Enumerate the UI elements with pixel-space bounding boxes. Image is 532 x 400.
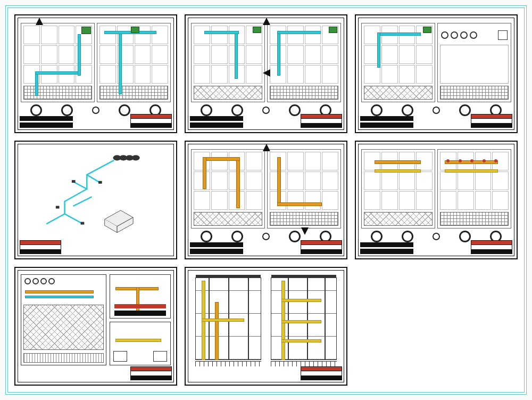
sanitary-run: [278, 203, 321, 206]
room-grid: [23, 26, 92, 84]
drawing-sheet-5[interactable]: [185, 141, 347, 259]
notes-block: [360, 116, 413, 128]
pipe-run: [378, 33, 420, 35]
title-block: [301, 240, 342, 254]
chassis-truss: [270, 86, 338, 100]
drawing-sheet-4-isometric[interactable]: [14, 141, 177, 259]
trailer-right-half: [97, 23, 171, 102]
viewer-outer-frame: [5, 5, 527, 395]
north-arrow-icon: [263, 144, 270, 151]
tank-icon: [48, 278, 55, 284]
pipe-run: [278, 31, 320, 34]
trailer-plan: [21, 23, 171, 102]
equipment-icon: [498, 30, 508, 40]
pipe-run: [235, 31, 237, 78]
drawing-sheet-2[interactable]: [185, 14, 347, 133]
north-arrow-icon: [36, 18, 43, 25]
pipe-run: [278, 31, 280, 75]
wheel-icon: [30, 104, 42, 116]
tank-icon: [460, 31, 468, 39]
drawing-sheet-7-details[interactable]: [14, 267, 177, 386]
equipment-icon: [131, 27, 139, 33]
drawing-sheet-6[interactable]: [355, 141, 518, 259]
title-block: [20, 240, 61, 254]
title-block: [130, 114, 172, 128]
building-elevations: [195, 277, 337, 360]
sheet-grid: [14, 14, 518, 386]
svg-rect-4: [72, 180, 76, 183]
svg-rect-7: [56, 206, 60, 209]
elevation-right: [271, 277, 337, 360]
title-block: [301, 114, 342, 128]
empty-slot: [355, 267, 518, 386]
sanitary-run: [278, 158, 280, 205]
svg-rect-6: [81, 222, 85, 225]
north-arrow-icon: [263, 18, 270, 25]
trailer-left-half: [21, 23, 95, 102]
chassis-truss: [194, 86, 262, 100]
notes-block: [190, 242, 243, 254]
wheel-icon: [119, 104, 130, 116]
tank-icon: [32, 278, 39, 284]
equipment-icon: [81, 27, 91, 34]
tank-icon: [451, 31, 458, 39]
title-block: [301, 366, 342, 380]
notes-block: [20, 116, 73, 128]
sanitary-run: [203, 158, 240, 160]
tank-icon: [470, 31, 477, 39]
pipe-run: [78, 35, 80, 75]
notes-block: [190, 116, 243, 128]
sanitary-run: [237, 158, 239, 208]
room-grid: [99, 26, 168, 84]
wheel-icon: [92, 107, 99, 114]
drawing-sheet-3[interactable]: [355, 14, 518, 133]
tank-icon: [40, 278, 47, 284]
chassis-truss: [99, 86, 168, 100]
elevation-left: [195, 277, 261, 360]
pipe-run: [36, 72, 38, 95]
svg-point-3: [132, 155, 140, 160]
notes-block: [360, 242, 413, 254]
drawing-sheet-8-elevation[interactable]: [185, 267, 347, 386]
pipe-run: [378, 33, 380, 68]
pipe-run: [205, 31, 238, 34]
equipment-icon: [253, 27, 261, 33]
detail-panels: [21, 274, 171, 365]
wheel-icon: [61, 104, 73, 116]
tank-icon: [24, 278, 31, 284]
title-block: [471, 114, 512, 128]
tank-icon: [441, 31, 448, 39]
isometric-diagram: [22, 148, 170, 237]
sanitary-run: [203, 158, 206, 189]
pipe-run: [105, 31, 156, 34]
drawing-sheet-1[interactable]: [14, 14, 177, 133]
pipe-run: [36, 72, 79, 74]
title-block: [130, 366, 172, 380]
pipe-run: [119, 31, 121, 94]
svg-rect-5: [98, 181, 102, 184]
trailer-plan: [191, 23, 341, 102]
equipment-icon: [329, 27, 337, 33]
viewer-inner-frame: [7, 7, 525, 393]
title-block: [471, 240, 512, 254]
chassis-truss: [23, 86, 92, 100]
